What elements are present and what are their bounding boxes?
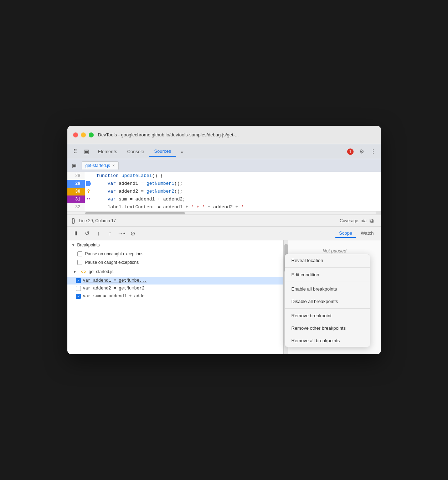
pause-caught-label: Pause on caught exceptions — [85, 260, 139, 265]
pause-resume-button[interactable]: ⏸ — [71, 229, 81, 239]
tab-sources[interactable]: Sources — [149, 146, 176, 157]
breakpoints-header[interactable]: ▼ Breakpoints — [67, 240, 283, 250]
horizontal-scrollbar[interactable] — [67, 211, 381, 215]
code-line-31: 31 •• var sum = addend1 + addend2; — [67, 195, 381, 203]
bp-checkbox-0[interactable]: ✓ — [76, 278, 81, 283]
ctx-remove-all[interactable]: Remove all breakpoints — [285, 334, 370, 347]
error-badge: 1 — [347, 148, 354, 155]
file-tab-close[interactable]: × — [112, 163, 115, 168]
code-line-30: 30 ? var addend2 = getNumber2(); — [67, 188, 381, 195]
more-icon[interactable]: ⋮ — [368, 147, 378, 157]
ctx-enable-all[interactable]: Enable all breakpoints — [285, 283, 370, 295]
panel-tabs: Scope Watch — [335, 229, 377, 238]
bp-checkbox-1[interactable] — [76, 286, 81, 291]
cursor-position: Line 29, Column 17 — [79, 218, 340, 223]
tab-console[interactable]: Console — [122, 147, 149, 156]
file-name-label: get-started.js — [89, 269, 113, 274]
pause-uncaught-checkbox[interactable] — [77, 251, 82, 256]
ctx-reveal-location[interactable]: Reveal location — [285, 254, 370, 267]
line-number-28[interactable]: 28 — [67, 172, 85, 180]
bp-item-text-1: var addend2 = getNumber2 — [83, 286, 145, 291]
context-menu: Reveal location Edit condition Enable al… — [285, 254, 370, 347]
deactivate-breakpoints-button[interactable]: ⊘ — [128, 229, 138, 239]
bottom-panel: ▼ Breakpoints Pause on uncaught exceptio… — [67, 240, 381, 354]
format-icon[interactable]: {} — [72, 218, 76, 224]
file-tab-bar: ▣ get-started.js × — [67, 159, 381, 172]
tab-more[interactable]: » — [176, 147, 189, 156]
bp-checkbox-2[interactable]: ✓ — [76, 294, 81, 299]
ctx-remove-other[interactable]: Remove other breakpoints — [285, 322, 370, 334]
file-tab-name: get-started.js — [86, 163, 110, 168]
triangle-icon: ▼ — [72, 243, 75, 247]
coverage-status: Coverage: n/a — [340, 218, 366, 223]
maximize-button[interactable] — [89, 132, 94, 137]
ctx-edit-condition[interactable]: Edit condition — [285, 268, 370, 281]
line-number-32[interactable]: 32 — [67, 203, 85, 211]
file-icon: <> — [81, 269, 86, 275]
code-editor: 28 function updateLabel() { 29 var adden… — [67, 172, 381, 215]
ctx-divider-0 — [285, 267, 370, 268]
inspect-icon[interactable]: ⠿ — [70, 147, 80, 157]
debug-toolbar: ⏸ ↺ ↓ ↑ →• ⊘ Scope Watch — [67, 227, 381, 240]
tab-watch[interactable]: Watch — [357, 229, 377, 238]
step-over-button[interactable]: ↺ — [82, 229, 92, 239]
bp-gutter-29[interactable] — [85, 181, 92, 186]
step-out-button[interactable]: ↑ — [105, 229, 115, 239]
file-header: ▼ <> get-started.js — [67, 267, 283, 277]
bp-gutter-31[interactable]: •• — [85, 195, 92, 203]
breakpoint-item-0[interactable]: ✓ var addend1 = getNumbe... — [67, 277, 283, 285]
status-bar: {} Line 29, Column 17 Coverage: n/a ⧉ — [67, 215, 381, 227]
devtools-window: DevTools - googlechrome.github.io/devtoo… — [67, 126, 381, 354]
file-tab[interactable]: get-started.js × — [82, 161, 119, 169]
step-button[interactable]: →• — [117, 229, 127, 239]
devtools-tab-bar: ⠿ ▣ Elements Console Sources » 1 ⚙ ⋮ — [67, 144, 381, 159]
pause-uncaught-row: Pause on uncaught exceptions — [67, 250, 283, 258]
minimize-button[interactable] — [81, 132, 86, 137]
line-number-31[interactable]: 31 — [67, 195, 85, 203]
sidebar-toggle[interactable]: ▣ — [70, 161, 79, 170]
code-content-29: var addend1 = getNumber1(); — [92, 180, 183, 188]
pause-caught-row: Pause on caught exceptions — [67, 258, 283, 267]
ctx-divider-1 — [285, 282, 370, 282]
settings-icon[interactable]: ⚙ — [357, 147, 367, 157]
ctx-divider-2 — [285, 308, 370, 309]
ctx-remove-bp[interactable]: Remove breakpoint — [285, 309, 370, 322]
scrollbar-right — [376, 212, 381, 214]
device-icon[interactable]: ▣ — [82, 147, 92, 157]
breakpoint-item-1[interactable]: var addend2 = getNumber2 — [67, 285, 283, 292]
check-icon-2: ✓ — [77, 294, 80, 298]
bp-item-text-2: var sum = addend1 + adde — [83, 294, 145, 299]
line-number-30[interactable]: 30 — [67, 188, 85, 195]
breakpoints-label: Breakpoints — [77, 242, 99, 247]
error-icon: 1 — [345, 147, 355, 157]
code-content-32: label.textContent = addend1 + ' + ' + ad… — [92, 203, 244, 211]
file-triangle-icon: ▼ — [73, 270, 77, 274]
coverage-icon[interactable]: ⧉ — [367, 216, 377, 226]
code-content-30: var addend2 = getNumber2(); — [92, 188, 183, 195]
check-icon-0: ✓ — [77, 279, 80, 283]
breakpoints-panel: ▼ Breakpoints Pause on uncaught exceptio… — [67, 240, 283, 354]
breakpoint-item-2[interactable]: ✓ var sum = addend1 + adde — [67, 292, 283, 300]
tab-scope[interactable]: Scope — [335, 229, 356, 238]
close-button[interactable] — [73, 132, 78, 137]
tab-elements[interactable]: Elements — [93, 147, 122, 156]
ctx-disable-all[interactable]: Disable all breakpoints — [285, 295, 370, 308]
scrollbar-thumb[interactable] — [85, 212, 185, 214]
pause-caught-checkbox[interactable] — [77, 260, 82, 265]
pause-uncaught-label: Pause on uncaught exceptions — [85, 251, 144, 256]
code-content-28: function updateLabel() { — [92, 172, 163, 180]
line-number-29[interactable]: 29 — [67, 180, 85, 188]
step-into-button[interactable]: ↓ — [94, 229, 104, 239]
code-content-31: var sum = addend1 + addend2; — [92, 195, 186, 203]
code-line-28: 28 function updateLabel() { — [67, 172, 381, 180]
code-line-32: 32 label.textContent = addend1 + ' + ' +… — [67, 203, 381, 211]
window-title: DevTools - googlechrome.github.io/devtoo… — [98, 132, 239, 137]
code-line-29: 29 var addend1 = getNumber1(); — [67, 180, 381, 188]
not-paused-text: Not paused — [293, 248, 377, 254]
bp-gutter-30[interactable]: ? — [85, 188, 92, 195]
titlebar: DevTools - googlechrome.github.io/devtoo… — [67, 126, 381, 144]
window-controls — [73, 132, 94, 137]
tab-bar-right: 1 ⚙ ⋮ — [345, 147, 378, 157]
bp-item-text-0: var addend1 = getNumbe... — [83, 278, 147, 283]
